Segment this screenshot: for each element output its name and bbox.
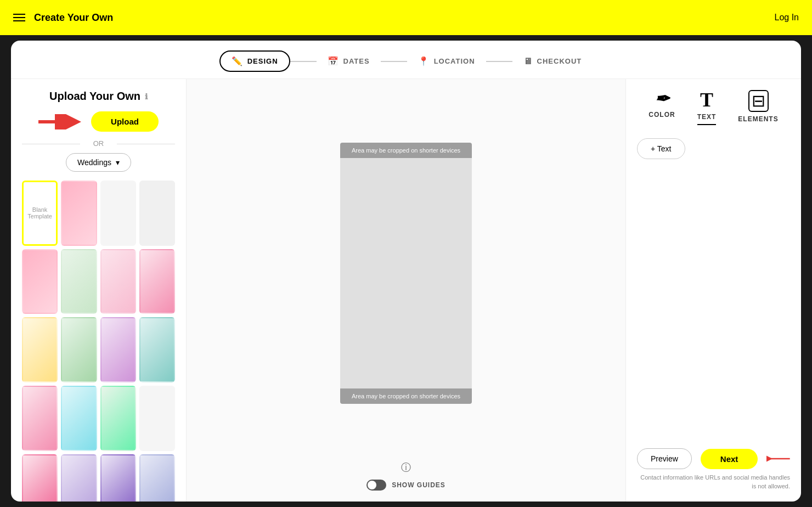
color-tool-icon: ✒ (655, 90, 669, 108)
tab-color[interactable]: ✒ COLOR (649, 90, 675, 125)
template-item-5[interactable] (61, 249, 97, 314)
show-guides-toggle[interactable] (366, 480, 386, 491)
step-design[interactable]: ✏️ DESIGN (219, 50, 290, 72)
content-area: Upload Your Own ℹ Upload OR Weddings ▾ (11, 79, 801, 502)
template-item-16[interactable] (22, 454, 58, 502)
right-bottom: Preview Next Contact information like UR… (637, 448, 790, 491)
color-tab-label: COLOR (649, 111, 675, 119)
app-title: Create Your Own (34, 12, 113, 24)
left-panel: Upload Your Own ℹ Upload OR Weddings ▾ (11, 79, 187, 502)
template-item-10[interactable] (100, 317, 136, 382)
step-dates[interactable]: 📅 DATES (317, 52, 381, 71)
info-icon[interactable]: ℹ (145, 92, 148, 101)
template-item-6[interactable] (100, 249, 136, 314)
canvas-info-icon[interactable]: ⓘ (401, 461, 411, 474)
category-button[interactable]: Weddings ▾ (66, 153, 131, 172)
step-connector-3 (486, 61, 512, 62)
template-grid: Blank Template (22, 181, 175, 502)
canvas-wrapper: Area may be cropped on shorter devices A… (192, 90, 620, 457)
template-item-7[interactable] (139, 249, 175, 314)
template-item-2[interactable] (100, 181, 136, 246)
checkout-step-icon: 🖥 (523, 57, 533, 66)
template-item-13[interactable] (61, 386, 97, 451)
tab-elements[interactable]: ⊟ ELEMENTS (738, 90, 778, 125)
template-item-4[interactable] (22, 249, 58, 314)
center-panel: Area may be cropped on shorter devices A… (187, 79, 625, 502)
template-item-blank[interactable]: Blank Template (22, 181, 58, 246)
chevron-down-icon: ▾ (116, 158, 120, 167)
category-dropdown: Weddings ▾ (22, 153, 175, 172)
step-checkout-label: CHECKOUT (537, 57, 582, 65)
template-item-18[interactable] (100, 454, 136, 502)
template-item-3[interactable] (139, 181, 175, 246)
template-item-15[interactable] (139, 386, 175, 451)
top-bar-left: Create Your Own (13, 12, 113, 24)
red-arrow-right (766, 451, 790, 466)
canvas-area: Area may be cropped on shorter devices A… (340, 143, 472, 404)
canvas-body[interactable] (340, 158, 472, 388)
upload-button[interactable]: Upload (91, 111, 159, 132)
template-item-19[interactable] (139, 454, 175, 502)
preview-button[interactable]: Preview (637, 448, 692, 469)
text-tab-label: TEXT (697, 113, 717, 121)
crop-warning-bottom: Area may be cropped on shorter devices (340, 388, 472, 404)
template-item-14[interactable] (100, 386, 136, 451)
step-connector-2 (381, 61, 407, 62)
main-container: ✏️ DESIGN 📅 DATES 📍 LOCATION 🖥 CHECKOUT … (11, 41, 801, 502)
login-button[interactable]: Log In (775, 13, 799, 22)
template-item-12[interactable] (22, 386, 58, 451)
hamburger-menu-icon[interactable] (13, 14, 25, 21)
location-step-icon: 📍 (418, 56, 430, 66)
steps-bar: ✏️ DESIGN 📅 DATES 📍 LOCATION 🖥 CHECKOUT (11, 41, 801, 79)
show-guides-label: SHOW GUIDES (392, 481, 446, 489)
elements-tool-icon: ⊟ (748, 90, 769, 112)
text-tool-icon: T (700, 90, 713, 110)
blank-template-label: Blank Template (27, 206, 52, 219)
add-text-button[interactable]: + Text (637, 138, 685, 159)
template-item-17[interactable] (61, 454, 97, 502)
template-item-8[interactable] (22, 317, 58, 382)
template-item-1[interactable] (61, 181, 97, 246)
template-item-9[interactable] (61, 317, 97, 382)
or-divider: OR (22, 139, 175, 148)
design-step-icon: ✏️ (232, 56, 243, 66)
step-location[interactable]: 📍 LOCATION (407, 52, 486, 71)
elements-tab-label: ELEMENTS (738, 115, 778, 123)
step-checkout[interactable]: 🖥 CHECKOUT (512, 52, 593, 71)
step-connector-1 (290, 61, 317, 62)
tool-content-text: + Text (637, 138, 790, 448)
step-dates-label: DATES (343, 57, 370, 65)
upload-title: Upload Your Own ℹ (22, 90, 175, 103)
red-arrow-left (38, 114, 82, 129)
right-panel: ✒ COLOR T TEXT ⊟ ELEMENTS + Text P (625, 79, 801, 502)
step-design-label: DESIGN (247, 57, 278, 65)
show-guides-row: SHOW GUIDES (366, 480, 446, 491)
action-row: Preview Next (637, 448, 790, 469)
tab-text[interactable]: T TEXT (697, 90, 717, 125)
top-bar: Create Your Own Log In (0, 0, 812, 35)
template-item-11[interactable] (139, 317, 175, 382)
tool-tabs: ✒ COLOR T TEXT ⊟ ELEMENTS (637, 90, 790, 125)
step-location-label: LOCATION (434, 57, 475, 65)
crop-warning-top: Area may be cropped on shorter devices (340, 143, 472, 158)
next-button[interactable]: Next (701, 449, 758, 469)
disclaimer-text: Contact information like URLs and social… (637, 474, 790, 491)
dates-step-icon: 📅 (328, 56, 339, 66)
upload-arrow-row: Upload (22, 111, 175, 132)
